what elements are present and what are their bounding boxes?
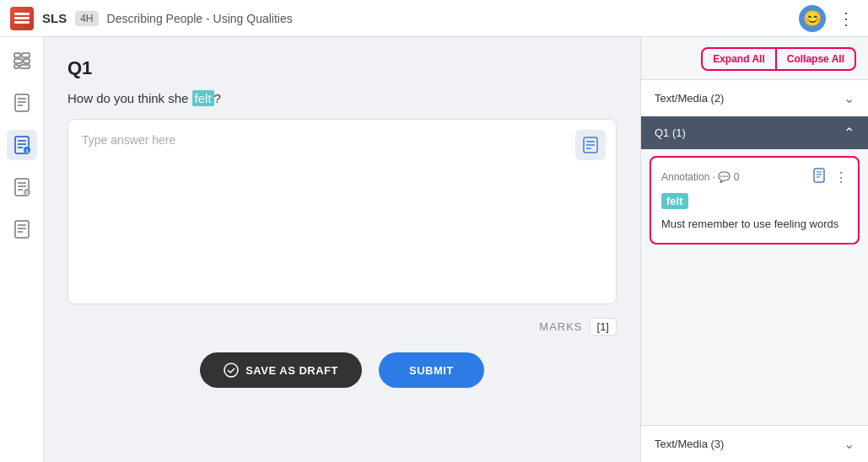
submit-button[interactable]: SUBMIT bbox=[379, 352, 484, 388]
chevron-down-icon-2: ⌄ bbox=[844, 436, 855, 452]
sidebar-item-doc[interactable] bbox=[7, 88, 37, 118]
svg-rect-6 bbox=[24, 59, 30, 63]
collapse-all-button[interactable]: Collapse All bbox=[777, 49, 855, 69]
content-area: Q1 How do you think she felt? Type answe… bbox=[44, 37, 640, 462]
annotation-count: 0 bbox=[734, 171, 740, 183]
rubric-icon[interactable] bbox=[575, 130, 606, 160]
svg-rect-25 bbox=[15, 221, 29, 238]
section-text-media-3-label: Text/Media (3) bbox=[655, 438, 724, 450]
expand-collapse-header: Expand All Collapse All bbox=[641, 37, 868, 79]
q1-section-label: Q1 (1) bbox=[655, 126, 686, 139]
svg-point-33 bbox=[224, 363, 238, 377]
svg-rect-3 bbox=[14, 53, 20, 57]
svg-rect-5 bbox=[14, 59, 22, 63]
expand-all-button[interactable]: Expand All bbox=[703, 49, 777, 69]
answer-placeholder: Type answer here bbox=[82, 133, 175, 147]
section-text-media-2-label: Text/Media (2) bbox=[655, 92, 724, 105]
svg-rect-1 bbox=[14, 17, 30, 19]
annotation-note: Must remember to use feeling words bbox=[661, 216, 848, 233]
annotation-keyword: felt bbox=[661, 193, 688, 209]
annotation-label: Annotation · 💬 0 bbox=[661, 171, 739, 183]
annotation-header: Annotation · 💬 0 ⋮ bbox=[661, 168, 848, 186]
question-id: Q1 bbox=[67, 57, 617, 79]
expand-collapse-container: Expand All Collapse All bbox=[701, 47, 856, 71]
annotation-card: Annotation · 💬 0 ⋮ f bbox=[650, 156, 860, 244]
page-title: Describing People - Using Qualities bbox=[107, 12, 790, 25]
topbar: SLS 4H Describing People - Using Qualiti… bbox=[0, 0, 868, 37]
annotation-doc-icon[interactable] bbox=[812, 168, 828, 186]
left-sidebar: 1 2 bbox=[0, 37, 44, 462]
svg-rect-2 bbox=[14, 21, 30, 24]
sidebar-item-grid[interactable] bbox=[7, 46, 37, 76]
annotation-more-icon[interactable]: ⋮ bbox=[834, 169, 848, 185]
right-panel: Expand All Collapse All Text/Media (2) ⌄… bbox=[640, 37, 868, 462]
sidebar-item-doc2[interactable]: 2 bbox=[7, 172, 37, 202]
q1-section[interactable]: Q1 (1) ⌃ bbox=[641, 116, 868, 149]
save-draft-button[interactable]: SAVE AS DRAFT bbox=[200, 352, 362, 388]
sidebar-item-doc3[interactable] bbox=[7, 214, 37, 244]
section-text-media-2[interactable]: Text/Media (2) ⌄ bbox=[641, 79, 868, 116]
chevron-down-icon: ⌄ bbox=[844, 90, 855, 106]
question-text: How do you think she felt? bbox=[67, 91, 617, 105]
svg-rect-7 bbox=[14, 65, 19, 68]
svg-rect-4 bbox=[22, 53, 30, 57]
chevron-up-icon: ⌃ bbox=[844, 125, 855, 141]
marks-row: MARKS [1] bbox=[67, 318, 617, 336]
answer-box[interactable]: Type answer here bbox=[67, 119, 617, 304]
marks-value: [1] bbox=[590, 318, 617, 336]
topbar-menu-button[interactable]: ⋮ bbox=[834, 8, 858, 29]
main-layout: 1 2 Q1 How do you think sh bbox=[0, 37, 868, 462]
sls-brand: SLS bbox=[42, 11, 67, 25]
sidebar-item-active[interactable]: 1 bbox=[7, 130, 37, 160]
marks-label: MARKS bbox=[539, 320, 582, 333]
app-logo bbox=[10, 7, 34, 30]
class-badge: 4H bbox=[75, 11, 98, 26]
svg-rect-0 bbox=[14, 13, 30, 15]
svg-rect-34 bbox=[814, 169, 824, 182]
question-text-after: ? bbox=[214, 91, 221, 105]
svg-rect-9 bbox=[15, 94, 29, 111]
question-text-before: How do you think she bbox=[67, 91, 192, 105]
question-keyword: felt bbox=[192, 90, 214, 106]
annotation-actions: ⋮ bbox=[812, 168, 848, 186]
user-avatar[interactable]: 😊 bbox=[799, 5, 826, 32]
section-text-media-3[interactable]: Text/Media (3) ⌄ bbox=[641, 425, 868, 462]
annotation-comment-icon: 💬 bbox=[718, 171, 731, 183]
svg-rect-8 bbox=[20, 65, 30, 68]
bottom-buttons: SAVE AS DRAFT SUBMIT bbox=[67, 352, 617, 388]
